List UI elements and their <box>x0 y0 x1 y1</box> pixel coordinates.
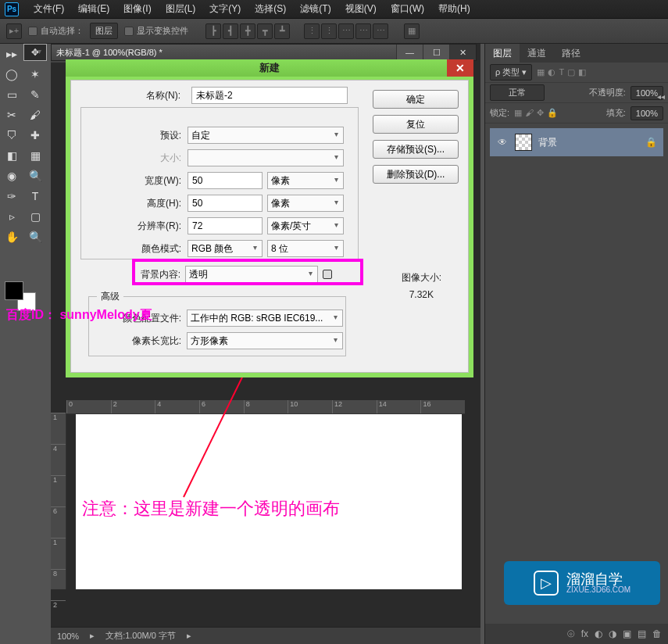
align-icon[interactable]: ┫ <box>223 23 238 39</box>
filter-adjust-icon[interactable]: ◐ <box>548 67 555 77</box>
width-unit-select[interactable]: 像素 <box>267 172 344 189</box>
reset-button[interactable]: 复位 <box>373 115 459 134</box>
advanced-legend[interactable]: 高级 <box>97 290 123 303</box>
pen-tool[interactable]: ✑ <box>0 186 23 206</box>
tab-channels[interactable]: 通道 <box>520 44 554 63</box>
tab-paths[interactable]: 路径 <box>554 44 588 63</box>
menu-type[interactable]: 文字(Y) <box>202 2 248 16</box>
trash-icon[interactable]: 🗑 <box>652 628 662 639</box>
resolution-unit-select[interactable]: 像素/英寸 <box>267 217 344 234</box>
wand-tool[interactable]: ✶ <box>23 64 47 84</box>
menu-edit[interactable]: 编辑(E) <box>71 2 116 16</box>
link-icon[interactable]: ⦾ <box>567 628 575 639</box>
crop-tool[interactable]: ✂ <box>0 105 23 125</box>
fx-icon[interactable]: fx <box>581 628 588 639</box>
filter-type-icon[interactable]: T <box>559 67 564 77</box>
zoom-tool[interactable]: 🔍 <box>23 227 47 247</box>
distribute-icon[interactable]: ⋮ <box>321 23 337 39</box>
menu-image[interactable]: 图像(I) <box>116 2 158 16</box>
color-mode-select[interactable]: RGB 颜色 <box>188 240 263 257</box>
menu-file[interactable]: 文件(F) <box>27 2 71 16</box>
align-icon[interactable]: ┣ <box>205 23 221 39</box>
expand-icon[interactable]: ▸ <box>90 631 95 641</box>
align-icon[interactable]: ┳ <box>257 23 273 39</box>
visibility-icon[interactable]: 👁 <box>496 137 509 148</box>
align-icon[interactable]: ╋ <box>240 23 255 39</box>
lasso-tool[interactable]: ◯ <box>0 64 23 84</box>
stamp-tool[interactable]: ⛉ <box>0 125 23 145</box>
foreground-color[interactable] <box>5 281 23 300</box>
zoom-level[interactable]: 100% <box>57 631 79 641</box>
type-tool[interactable]: T <box>23 186 47 206</box>
distribute-icon[interactable]: ⋮ <box>304 23 320 39</box>
auto-align-icon[interactable]: ▦ <box>404 23 420 39</box>
collapse-icon[interactable]: ◂◂ <box>657 92 665 101</box>
group-icon[interactable]: ▣ <box>623 628 631 639</box>
distribute-icon[interactable]: ⋯ <box>373 23 388 39</box>
hand-tool[interactable]: ✋ <box>0 227 23 247</box>
expand-icon[interactable]: ▸▸ <box>0 44 23 64</box>
profile-select[interactable]: 工作中的 RGB: sRGB IEC619... <box>187 309 343 327</box>
preset-select[interactable]: 自定 <box>188 127 344 144</box>
auto-select-target[interactable]: 图层 <box>90 23 118 39</box>
background-select[interactable]: 透明 <box>185 266 318 283</box>
aspect-select[interactable]: 方形像素 <box>187 332 343 349</box>
new-layer-icon[interactable]: ▤ <box>638 628 646 639</box>
bit-depth-select[interactable]: 8 位 <box>267 240 344 257</box>
close-button[interactable]: ✕ <box>449 45 476 60</box>
ok-button[interactable]: 确定 <box>373 90 459 109</box>
mask-icon[interactable]: ◐ <box>595 628 602 639</box>
blur-tool[interactable]: ◉ <box>0 166 23 186</box>
delete-preset-button[interactable]: 删除预设(D)... <box>373 165 459 184</box>
bg-color-swatch[interactable] <box>323 270 332 279</box>
tab-layers[interactable]: 图层 <box>485 44 520 63</box>
resolution-input[interactable] <box>188 217 263 234</box>
layer-row[interactable]: 👁 背景 🔒 <box>490 128 663 156</box>
align-icon[interactable]: ┻ <box>274 23 290 39</box>
move-tool[interactable]: ✥ <box>23 44 47 61</box>
fill-value[interactable]: 100% <box>630 106 663 120</box>
eyedropper-tool[interactable]: ✎ <box>23 84 47 105</box>
distribute-icon[interactable]: ⋯ <box>355 23 371 39</box>
lock-all-icon[interactable]: 🔒 <box>547 108 558 118</box>
menu-view[interactable]: 视图(V) <box>338 2 384 16</box>
shape-tool[interactable]: ▢ <box>23 206 47 227</box>
menu-select[interactable]: 选择(S) <box>248 2 293 16</box>
name-input[interactable] <box>191 87 348 104</box>
eraser-tool[interactable]: ◧ <box>0 145 23 166</box>
marquee-tool[interactable]: ▭ <box>0 84 23 105</box>
dodge-tool[interactable]: 🔍 <box>23 166 47 186</box>
blend-mode-select[interactable]: 正常 <box>490 84 545 101</box>
gradient-tool[interactable]: ▦ <box>23 145 47 166</box>
path-tool[interactable]: ▹ <box>0 206 23 227</box>
adjustment-icon[interactable]: ◑ <box>609 628 616 639</box>
width-input[interactable] <box>188 172 263 189</box>
distribute-icon[interactable]: ⋯ <box>338 23 354 39</box>
save-preset-button[interactable]: 存储预设(S)... <box>373 140 459 159</box>
menu-filter[interactable]: 滤镜(T) <box>293 2 338 16</box>
filter-kind-select[interactable]: ρ 类型 ▾ <box>490 64 532 80</box>
filter-smart-icon[interactable]: ◧ <box>578 67 586 77</box>
healing-tool[interactable]: ✚ <box>23 125 47 145</box>
auto-select-checkbox[interactable] <box>28 27 38 36</box>
height-unit-select[interactable]: 像素 <box>267 195 344 212</box>
layer-thumbnail[interactable] <box>515 134 532 151</box>
lock-pixels-icon[interactable]: 🖌 <box>525 108 534 118</box>
lock-position-icon[interactable]: ✥ <box>537 108 544 118</box>
show-transform-checkbox[interactable] <box>124 27 134 36</box>
minimize-button[interactable]: — <box>396 45 423 60</box>
background-label: 背景内容: <box>87 268 180 281</box>
filter-shape-icon[interactable]: ▢ <box>567 67 575 77</box>
maximize-button[interactable]: ☐ <box>423 45 449 60</box>
dialog-close-button[interactable]: ✕ <box>447 59 473 77</box>
menu-help[interactable]: 帮助(H) <box>431 2 477 16</box>
app-logo: Ps <box>5 2 19 16</box>
lock-transparent-icon[interactable]: ▦ <box>514 108 522 118</box>
menu-window[interactable]: 窗口(W) <box>384 2 431 16</box>
chevron-icon[interactable]: ▸ <box>187 631 191 641</box>
brush-tool[interactable]: 🖌 <box>23 105 47 125</box>
lock-icon: 🔒 <box>645 137 657 148</box>
filter-pixel-icon[interactable]: ▦ <box>537 67 545 77</box>
menu-layer[interactable]: 图层(L) <box>159 2 203 16</box>
height-input[interactable] <box>188 195 263 212</box>
